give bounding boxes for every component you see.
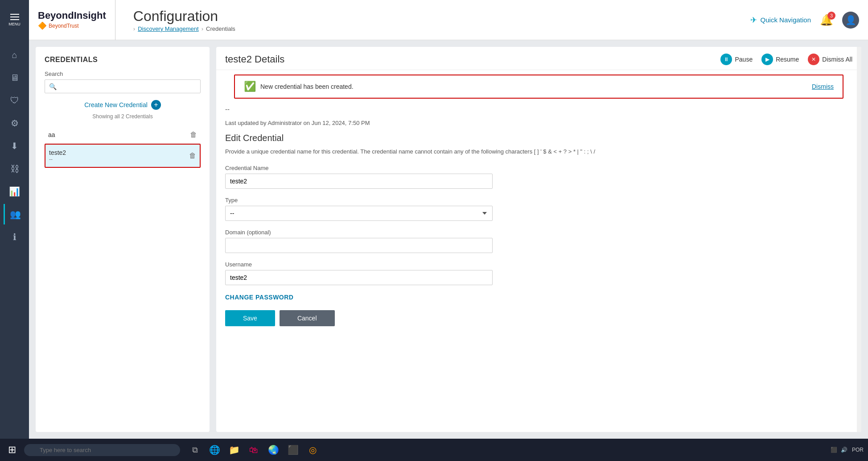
domain-group: Domain (optional)	[225, 229, 852, 253]
breadcrumb-parent[interactable]: Discovery Management	[138, 25, 199, 32]
sidebar-item-shield[interactable]: 🛡	[4, 90, 26, 111]
search-label: Search	[45, 71, 201, 77]
avatar-icon: 👤	[845, 15, 856, 25]
page-title: Configuration	[133, 8, 750, 25]
notification-message: New credential has been created.	[260, 83, 807, 90]
sidebar-item-settings[interactable]: ⚙	[4, 113, 26, 133]
notification-banner: ✅ New credential has been created. Dismi…	[234, 75, 843, 99]
details-sub: --	[225, 103, 852, 115]
credential-name-teste2: teste2	[49, 149, 66, 156]
change-password-link[interactable]: CHANGE PASSWORD	[225, 294, 293, 301]
taskbar: ⊞ 🔍 ⧉ 🌐 📁 🛍 🌏 ⬛ ◎	[0, 439, 868, 461]
credentials-title: CREDENTIALS	[45, 56, 201, 64]
username-input[interactable]	[225, 270, 493, 285]
credential-name-input[interactable]	[225, 174, 493, 189]
breadcrumb: › Discovery Management › Credentials	[133, 25, 750, 32]
delete-credential-aa-button[interactable]: 🗑	[190, 131, 197, 139]
details-title: teste2 Details	[225, 54, 284, 65]
sidebar: ⌂ 🖥 🛡 ⚙ ⬇ ⛓ 📊 👥 ℹ	[0, 40, 29, 439]
sidebar-item-home[interactable]: ⌂	[4, 45, 26, 65]
user-avatar-button[interactable]: 👤	[842, 12, 859, 29]
type-group: Type --	[225, 197, 852, 221]
app-name: BeyondInsight	[38, 10, 106, 21]
resume-button[interactable]: ▶ Resume	[761, 54, 799, 65]
create-new-credential-link[interactable]: Create New Credential	[84, 101, 148, 108]
taskbar-app-web[interactable]: 🌏	[265, 442, 281, 458]
details-body: -- Last updated by Administrator on Jun …	[216, 103, 861, 432]
breadcrumb-current: Credentials	[206, 25, 235, 32]
resume-icon: ▶	[761, 54, 773, 65]
dismiss-icon: ✕	[808, 54, 819, 65]
windows-start-button[interactable]: ⊞	[4, 444, 20, 456]
language-badge: POR	[852, 447, 864, 453]
username-label: Username	[225, 261, 852, 268]
taskbar-search-input[interactable]	[24, 444, 180, 456]
quick-navigation-button[interactable]: ✈ Quick Navigation	[750, 15, 811, 25]
cancel-button[interactable]: Cancel	[280, 310, 335, 326]
type-label: Type	[225, 197, 852, 204]
taskbar-app-store[interactable]: 🛍	[246, 442, 262, 458]
delete-credential-teste2-button[interactable]: 🗑	[189, 152, 196, 160]
pause-button[interactable]: ⏸ Pause	[720, 54, 753, 65]
credentials-panel: CREDENTIALS Search 🔍 Create New Credenti…	[36, 47, 210, 432]
sidebar-item-chart[interactable]: 📊	[4, 181, 26, 202]
taskbar-app-edge[interactable]: 🌐	[206, 442, 222, 458]
tray-icons: ⬛ 🔊	[831, 447, 847, 453]
edit-credential-title: Edit Credential	[225, 133, 852, 143]
form-buttons: Save Cancel	[225, 310, 852, 326]
app-sub: BeyondTrust	[49, 23, 79, 29]
type-select[interactable]: --	[225, 206, 493, 221]
quick-nav-label: Quick Navigation	[761, 16, 811, 24]
dismiss-notification-button[interactable]: Dismiss	[812, 83, 834, 90]
sidebar-item-download[interactable]: ⬇	[4, 136, 26, 156]
taskbar-right: ⬛ 🔊 POR	[831, 447, 864, 453]
resume-label: Resume	[776, 56, 799, 63]
domain-input[interactable]	[225, 238, 493, 253]
menu-label: MENU	[8, 22, 21, 26]
sidebar-item-link[interactable]: ⛓	[4, 158, 26, 179]
credential-name-label: Credential Name	[225, 165, 852, 171]
taskbar-apps: ⧉ 🌐 📁 🛍 🌏 ⬛ ◎	[187, 442, 321, 458]
taskbar-app-files[interactable]: 📁	[226, 442, 242, 458]
logo-icon: 🔶	[38, 21, 47, 30]
dismiss-all-label: Dismiss All	[822, 56, 852, 63]
create-new-credential-button[interactable]: +	[151, 100, 161, 110]
save-button[interactable]: Save	[225, 310, 275, 326]
pause-label: Pause	[735, 56, 753, 63]
success-icon: ✅	[244, 81, 256, 92]
showing-credentials-label: Showing all 2 Credentials	[45, 113, 201, 120]
search-icon: 🔍	[49, 83, 57, 90]
sidebar-item-desktop[interactable]: 🖥	[4, 67, 26, 88]
pause-icon: ⏸	[720, 54, 732, 65]
quick-nav-icon: ✈	[750, 15, 757, 25]
dismiss-all-button[interactable]: ✕ Dismiss All	[808, 54, 852, 65]
tray-volume-icon[interactable]: 🔊	[841, 447, 847, 453]
scrollbar-track[interactable]	[857, 47, 861, 432]
tray-network-icon[interactable]: ⬛	[831, 447, 837, 453]
details-panel: teste2 Details ⏸ Pause ▶ Resume ✕ Dismis	[216, 47, 861, 432]
logo: BeyondInsight 🔶 BeyondTrust	[29, 0, 115, 40]
taskbar-app-task-view[interactable]: ⧉	[187, 442, 203, 458]
sidebar-item-users[interactable]: 👥	[4, 204, 26, 224]
search-input[interactable]	[45, 79, 201, 93]
menu-button[interactable]: MENU	[0, 0, 29, 40]
credential-item-aa[interactable]: aa 🗑	[45, 126, 201, 144]
notification-badge: 3	[827, 12, 835, 20]
taskbar-app-loader[interactable]: ◎	[304, 442, 321, 458]
domain-label: Domain (optional)	[225, 229, 852, 236]
sidebar-item-info[interactable]: ℹ	[4, 227, 26, 247]
credential-name-aa: aa	[48, 131, 55, 138]
edit-credential-description: Provide a unique credential name for thi…	[225, 148, 852, 156]
notifications-button[interactable]: 🔔 3	[820, 14, 833, 26]
last-updated: Last updated by Administrator on Jun 12,…	[225, 115, 852, 133]
taskbar-app-terminal[interactable]: ⬛	[285, 442, 301, 458]
credential-name-group: Credential Name	[225, 165, 852, 189]
credential-item-teste2[interactable]: teste2 -- 🗑	[45, 144, 201, 168]
credentials-list: aa 🗑 teste2 -- 🗑	[45, 126, 201, 423]
username-group: Username	[225, 261, 852, 285]
